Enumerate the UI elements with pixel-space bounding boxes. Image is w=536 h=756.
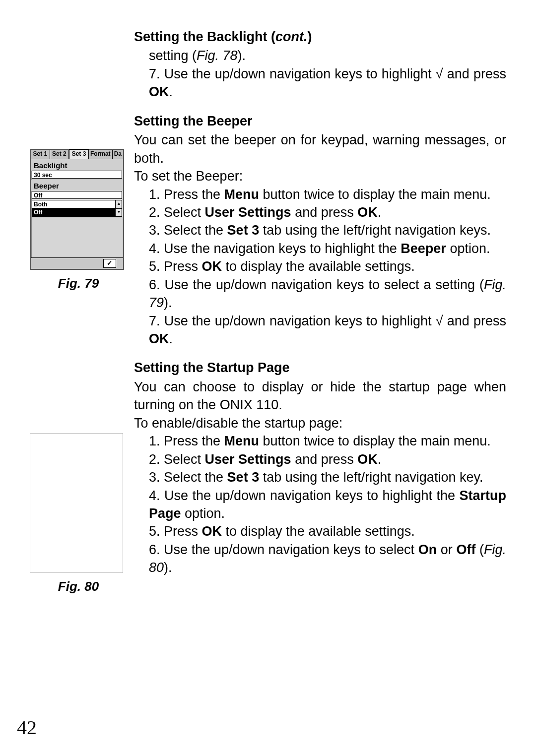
beeper-steps: 1. Press the Menu button twice to displa…: [134, 186, 506, 348]
fig79-bottom-bar: ✓: [31, 257, 123, 269]
figure-79-screenshot: Set 1 Set 2 Set 3 Format Da Backlight 30…: [30, 149, 124, 270]
text: 7. Use the up/down navigation keys to hi…: [149, 314, 506, 328]
arrow-down-icon: ▾: [116, 209, 122, 217]
text: 5. Press: [149, 259, 202, 274]
heading-startup: Setting the Startup Page: [134, 359, 506, 377]
text: 4. Use the up/down navigation keys to hi…: [149, 488, 460, 503]
text: setting (: [149, 48, 197, 63]
ok-label: OK: [202, 524, 222, 539]
beeper-step2: 2. Select User Settings and press OK.: [149, 203, 506, 221]
figure-column: Set 1 Set 2 Set 3 Format Da Backlight 30…: [30, 149, 127, 594]
fig79-dropdown-opt-off: Off: [32, 208, 122, 216]
text: 1. Press the: [149, 434, 224, 448]
beeper-label: Beeper: [401, 241, 446, 256]
text: and press: [291, 205, 358, 220]
startup-steps: 1. Press the Menu button twice to displa…: [134, 432, 506, 577]
user-settings-label: User Settings: [205, 205, 291, 220]
beeper-step7: 7. Use the up/down navigation keys to hi…: [149, 312, 506, 348]
off-label: Off: [456, 542, 475, 557]
ok-label: OK: [202, 259, 222, 274]
startup-intro: You can choose to display or hide the st…: [134, 378, 506, 414]
set3-label: Set 3: [227, 470, 260, 485]
fig79-tab-set2: Set 2: [50, 150, 69, 159]
check-icon: ✓: [103, 259, 116, 268]
fig79-tab-set1: Set 1: [31, 150, 50, 159]
ok-label: OK: [149, 331, 169, 346]
text: or: [437, 542, 456, 557]
fig79-backlight-value: 30 sec: [32, 171, 122, 179]
text: tab using the left/right navigation key.: [259, 470, 483, 485]
text: to display the available settings.: [222, 259, 415, 274]
text: button twice to display the main menu.: [259, 434, 491, 448]
text: option.: [446, 241, 490, 256]
beeper-step3: 3. Select the Set 3 tab using the left/r…: [149, 221, 506, 239]
fig79-beeper-dropdown: Both Off ▴ ▾: [32, 200, 122, 217]
backlight-step7: 7. Use the up/down navigation keys to hi…: [149, 65, 506, 101]
beeper-step1: 1. Press the Menu button twice to displa…: [149, 186, 506, 203]
fig79-tab-format: Format: [89, 150, 113, 159]
fig79-tabs: Set 1 Set 2 Set 3 Format Da: [31, 150, 123, 159]
ok-label: OK: [357, 205, 378, 220]
text: .: [169, 331, 173, 346]
beeper-step5: 5. Press OK to display the available set…: [149, 257, 506, 275]
text: 5. Press: [149, 524, 202, 539]
manual-page: Set 1 Set 2 Set 3 Format Da Backlight 30…: [0, 0, 536, 756]
beeper-step4: 4. Use the navigation keys to highlight …: [149, 240, 506, 257]
text: 7. Use the up/down navigation keys to hi…: [149, 66, 506, 81]
page-number: 42: [17, 716, 37, 739]
text: .: [378, 452, 382, 467]
text: 1. Press the: [149, 187, 224, 202]
fig79-beeper-value: Off: [32, 191, 122, 199]
text: .: [378, 205, 382, 220]
text: and press: [291, 452, 358, 467]
menu-label: Menu: [224, 434, 260, 448]
startup-step5: 5. Press OK to display the available set…: [149, 522, 506, 540]
heading-beeper: Setting the Beeper: [134, 112, 506, 130]
text: 3. Select the: [149, 223, 227, 238]
fig79-tab-set3: Set 3: [69, 149, 89, 159]
figure-79-caption: Fig. 79: [30, 276, 127, 291]
startup-step3: 3. Select the Set 3 tab using the left/r…: [149, 468, 506, 486]
user-settings-label: User Settings: [205, 452, 291, 467]
text: ).: [164, 295, 172, 310]
startup-to: To enable/disable the startup page:: [134, 414, 506, 432]
text: ).: [164, 560, 172, 575]
heading-cont: cont.: [275, 29, 308, 44]
fig78-ref: Fig. 78: [197, 48, 238, 63]
text: 6. Use the up/down navigation keys to se…: [149, 542, 418, 557]
text: tab using the left/right navigation keys…: [259, 223, 491, 238]
ok-label: OK: [149, 84, 169, 99]
fig79-beeper-label: Beeper: [31, 180, 123, 191]
text: button twice to display the main menu.: [259, 187, 491, 202]
startup-step1: 1. Press the Menu button twice to displa…: [149, 432, 506, 450]
fig79-dropdown-opt-both: Both: [32, 200, 122, 208]
menu-label: Menu: [224, 187, 260, 202]
fig79-backlight-label: Backlight: [31, 159, 123, 171]
text: .: [169, 84, 173, 99]
fig79-empty-area: [32, 218, 122, 257]
text: option.: [181, 506, 225, 521]
startup-step2: 2. Select User Settings and press OK.: [149, 450, 506, 468]
beeper-step6: 6. Use the up/down navigation keys to se…: [149, 276, 506, 312]
text: ).: [238, 48, 246, 63]
beeper-intro: You can set the beeper on for keypad, wa…: [134, 131, 506, 167]
text: (: [475, 542, 484, 557]
fig79-scroll-arrows: ▴ ▾: [115, 200, 122, 216]
on-label: On: [418, 542, 437, 557]
heading-text: Setting the Backlight (: [134, 29, 275, 44]
text: 2. Select: [149, 205, 205, 220]
beeper-to: To set the Beeper:: [134, 167, 506, 185]
heading-close: ): [308, 29, 312, 44]
text: 2. Select: [149, 452, 205, 467]
text-column: Setting the Backlight (cont.) setting (F…: [134, 28, 506, 577]
text: to display the available settings.: [222, 524, 415, 539]
heading-backlight-cont: Setting the Backlight (cont.): [134, 28, 506, 46]
figure-80-caption: Fig. 80: [30, 579, 127, 594]
figure-80-placeholder: [30, 433, 123, 573]
ok-label: OK: [357, 452, 378, 467]
backlight-setting-line: setting (Fig. 78).: [149, 47, 506, 64]
fig79-tab-data: Da: [113, 150, 123, 159]
startup-step4: 4. Use the up/down navigation keys to hi…: [149, 487, 506, 523]
set3-label: Set 3: [227, 223, 260, 238]
text: 3. Select the: [149, 470, 227, 485]
